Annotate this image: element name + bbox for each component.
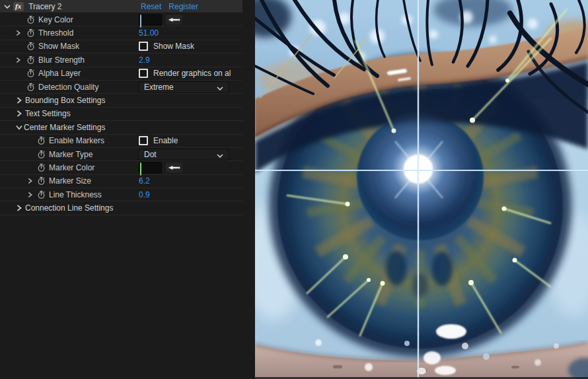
detection-quality-dropdown-value: Extreme (144, 83, 174, 92)
blur-strength-value[interactable]: 2.9 (139, 55, 150, 65)
group-label[interactable]: Bounding Box Settings (25, 96, 105, 105)
row-detection-quality[interactable]: Detection QualityExtreme (0, 81, 242, 94)
effect-controls-panel: fx Tracery 2 Reset Register Key ColorThr… (0, 0, 255, 379)
effect-header[interactable]: fx Tracery 2 Reset Register (0, 0, 242, 13)
alpha-layer-control: Render graphics on al (139, 69, 231, 78)
enable-markers-checkbox[interactable] (139, 136, 148, 145)
property-label: Show Mask (38, 42, 79, 51)
expander-chevron-icon[interactable] (16, 30, 20, 36)
stopwatch-icon[interactable] (37, 136, 46, 145)
property-label: Alpha Layer (38, 69, 81, 78)
key-color-swatch[interactable] (139, 14, 162, 25)
marker-color-swatch[interactable] (139, 162, 162, 173)
effect-title: Tracery 2 (28, 2, 61, 11)
group-label[interactable]: Connection Line Settings (25, 203, 113, 213)
stopwatch-icon[interactable] (26, 83, 35, 92)
show-mask-checkbox[interactable] (139, 42, 148, 51)
row-line-thickness[interactable]: Line Thickness0.9 (0, 188, 242, 201)
threshold-value[interactable]: 51.00 (139, 28, 159, 38)
property-label: Blur Strength (38, 55, 85, 65)
chevron-right-icon[interactable] (17, 97, 22, 104)
eye-preview-frame (255, 0, 588, 379)
expander-chevron-icon[interactable] (16, 57, 20, 63)
enable-markers-control: Enable (139, 136, 178, 145)
line-thickness-control: 0.9 (139, 190, 150, 199)
fx-badge-icon: fx (13, 2, 24, 11)
chevron-right-icon[interactable] (17, 205, 22, 211)
stopwatch-icon[interactable] (26, 15, 35, 24)
row-bounding-box-settings[interactable]: Bounding Box Settings (0, 94, 242, 107)
row-connection-line-settings[interactable]: Connection Line Settings (0, 201, 242, 215)
row-marker-color[interactable]: Marker Color (0, 161, 242, 174)
marker-color-control (139, 162, 182, 173)
stopwatch-icon[interactable] (26, 69, 35, 78)
after-effects-window: fx Tracery 2 Reset Register Key ColorThr… (0, 0, 588, 379)
blur-strength-control: 2.9 (139, 55, 150, 65)
row-key-color[interactable]: Key Color (0, 13, 242, 26)
stopwatch-icon[interactable] (37, 176, 46, 186)
property-label: Enable Markers (49, 136, 104, 145)
property-label: Threshold (38, 28, 73, 38)
threshold-control: 51.00 (139, 28, 159, 38)
collapse-effect-icon[interactable] (4, 4, 11, 9)
marker-type-dropdown[interactable]: Dot (139, 149, 229, 160)
row-alpha-layer[interactable]: Alpha LayerRender graphics on al (0, 67, 242, 81)
row-threshold[interactable]: Threshold51.00 (0, 26, 242, 40)
eyedropper-icon[interactable] (166, 162, 182, 172)
row-enable-markers[interactable]: Enable MarkersEnable (0, 135, 242, 148)
property-label: Key Color (38, 15, 73, 24)
chevron-right-icon[interactable] (17, 110, 22, 117)
row-show-mask[interactable]: Show MaskShow Mask (0, 40, 242, 53)
marker-color-swatch-color (140, 162, 141, 175)
group-label[interactable]: Center Marker Settings (24, 123, 105, 132)
property-label: Marker Color (49, 163, 94, 172)
stopwatch-icon[interactable] (37, 163, 46, 172)
row-center-marker-settings[interactable]: Center Marker Settings (0, 121, 242, 134)
row-marker-type[interactable]: Marker TypeDot (0, 148, 242, 161)
composition-viewer[interactable] (255, 0, 588, 379)
enable-markers-checkbox-label: Enable (153, 136, 178, 145)
stopwatch-icon[interactable] (26, 42, 35, 51)
property-label: Detection Quality (38, 83, 98, 92)
marker-type-control: Dot (139, 149, 229, 160)
stopwatch-icon[interactable] (37, 190, 46, 199)
row-blur-strength[interactable]: Blur Strength2.9 (0, 53, 242, 67)
marker-size-control: 6.2 (139, 176, 150, 186)
row-marker-size[interactable]: Marker Size6.2 (0, 175, 242, 188)
marker-size-value[interactable]: 6.2 (139, 176, 150, 186)
property-label: Line Thickness (49, 190, 102, 199)
row-text-settings[interactable]: Text Settings (0, 108, 242, 121)
detection-quality-dropdown[interactable]: Extreme (139, 82, 229, 92)
detection-quality-control: Extreme (139, 82, 229, 92)
alpha-layer-checkbox[interactable] (139, 69, 148, 78)
reset-link[interactable]: Reset (141, 2, 161, 11)
stopwatch-icon[interactable] (26, 28, 35, 38)
chevron-down-icon (217, 81, 223, 93)
expander-chevron-icon[interactable] (28, 191, 32, 197)
property-label: Marker Type (49, 150, 92, 159)
key-color-control (139, 14, 182, 25)
chevron-down-icon[interactable] (16, 125, 22, 130)
show-mask-control: Show Mask (139, 42, 194, 51)
marker-type-dropdown-value: Dot (144, 150, 157, 159)
key-color-swatch-color (140, 15, 141, 27)
effect-property-rows: Key ColorThreshold51.00Show MaskShow Mas… (0, 13, 255, 215)
eyedropper-icon[interactable] (166, 15, 182, 24)
expander-chevron-icon[interactable] (28, 178, 32, 184)
chevron-down-icon (217, 149, 223, 160)
show-mask-checkbox-label: Show Mask (153, 42, 194, 51)
property-label: Marker Size (49, 176, 91, 186)
group-label[interactable]: Text Settings (25, 109, 71, 118)
stopwatch-icon[interactable] (37, 150, 46, 159)
alpha-layer-checkbox-label: Render graphics on al (153, 69, 231, 78)
register-link[interactable]: Register (168, 2, 198, 11)
line-thickness-value[interactable]: 0.9 (139, 190, 150, 199)
stopwatch-icon[interactable] (26, 55, 35, 65)
